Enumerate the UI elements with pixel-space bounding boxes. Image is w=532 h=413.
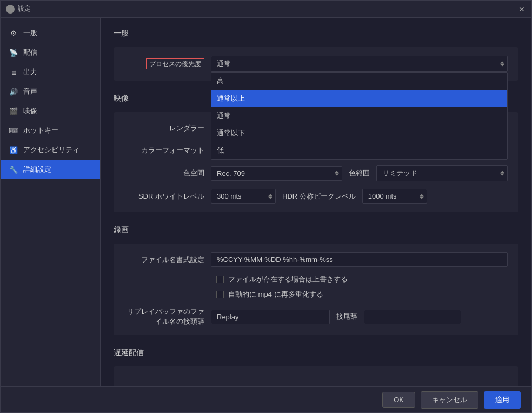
replay-prefix-label: リプレイバッファのファイル名の接頭辞: [124, 307, 211, 326]
app-icon: [6, 5, 15, 14]
cancel-button[interactable]: キャンセル: [421, 391, 478, 409]
settings-icon: 🔧: [9, 165, 18, 174]
sidebar-item-accessibility[interactable]: ♿ アクセシビリティ: [1, 140, 100, 160]
apply-button[interactable]: 適用: [484, 391, 521, 409]
sidebar-item-audio[interactable]: 🔊 音声: [1, 82, 100, 101]
mp4-row: 自動的に mp4 に再多重化する: [124, 290, 508, 299]
overwrite-row: ファイルが存在する場合は上書きする: [124, 274, 508, 284]
titlebar: 設定 ✕: [1, 1, 531, 18]
sidebar-label-output: 出力: [23, 67, 37, 77]
color-range-select[interactable]: リミテッド: [376, 165, 508, 181]
sidebar-label-audio: 音声: [23, 87, 37, 96]
sidebar-label-advanced: 詳細設定: [23, 165, 51, 174]
settings-window: 設定 ✕ ⚙ 一般 📡 配信 🖥 出力 🔊 音声 🎬: [0, 0, 532, 413]
svg-line-0: [525, 406, 529, 410]
color-range-value: リミテッド: [382, 168, 417, 178]
overwrite-label: ファイルが存在する場合は上書きする: [228, 274, 348, 284]
resize-icon: [523, 404, 529, 410]
process-priority-label-text: プロセスの優先度: [146, 58, 204, 69]
titlebar-left: 設定: [6, 4, 31, 14]
sidebar: ⚙ 一般 📡 配信 🖥 出力 🔊 音声 🎬 映像 ⌨ ホットキー: [1, 18, 101, 386]
svg-line-1: [527, 408, 529, 410]
hdr-spinner-wrapper: [362, 189, 427, 204]
main-content: ⚙ 一般 📡 配信 🖥 出力 🔊 音声 🎬 映像 ⌨ ホットキー: [1, 18, 531, 386]
sidebar-label-video: 映像: [23, 106, 37, 116]
filename-input[interactable]: [211, 252, 508, 267]
dropdown-item-normal[interactable]: 通常: [211, 107, 507, 124]
section-general-body: プロセスの優先度 通常 高: [114, 47, 518, 81]
renderer-label: レンダラー: [124, 123, 211, 133]
close-button[interactable]: ✕: [517, 5, 526, 14]
sidebar-label-hotkeys: ホットキー: [23, 126, 58, 135]
section-recording: 録画 ファイル名書式設定 ファイルが存在する場合は上書きする 自動的に mp4: [114, 225, 518, 335]
dropdown-item-above-normal[interactable]: 通常以上: [211, 90, 507, 107]
sidebar-label-accessibility: アクセシビリティ: [23, 145, 79, 155]
section-recording-title: 録画: [114, 225, 518, 235]
color-space-row: 色空間 Rec. 709 色範囲: [124, 165, 508, 181]
process-priority-select[interactable]: 通常: [211, 56, 508, 72]
monitor-icon: 🖥: [9, 68, 18, 76]
color-range-select-wrapper: リミテッド: [376, 165, 508, 181]
dropdown-item-low[interactable]: 低: [211, 142, 507, 159]
color-space-label: 色空間: [124, 168, 211, 178]
replay-suffix-input[interactable]: [364, 310, 461, 324]
sidebar-label-general: 一般: [23, 28, 37, 38]
sdr-input[interactable]: [211, 189, 276, 204]
hdr-label: HDR 公称ピークレベル: [282, 192, 356, 201]
mp4-label: 自動的に mp4 に再多重化する: [228, 290, 323, 299]
sidebar-item-stream[interactable]: 📡 配信: [1, 43, 100, 62]
section-recording-body: ファイル名書式設定 ファイルが存在する場合は上書きする 自動的に mp4 に再多…: [114, 244, 518, 335]
sidebar-item-hotkeys[interactable]: ⌨ ホットキー: [1, 121, 100, 140]
section-delayed-title: 遅延配信: [114, 348, 518, 358]
section-delayed-body: [114, 366, 518, 386]
filename-label: ファイル名書式設定: [124, 255, 211, 265]
sidebar-item-output[interactable]: 🖥 出力: [1, 62, 100, 82]
process-priority-value: 通常: [217, 59, 231, 69]
section-general-title: 一般: [114, 29, 518, 38]
mp4-checkbox[interactable]: [216, 291, 224, 298]
hdr-input[interactable]: [362, 189, 427, 204]
replay-suffix-label: 接尾辞: [336, 312, 357, 322]
resize-handle[interactable]: [523, 404, 529, 410]
replay-row: リプレイバッファのファイル名の接頭辞 接尾辞: [124, 307, 508, 326]
replay-inputs: 接尾辞: [211, 310, 461, 324]
color-space-select[interactable]: Rec. 709: [211, 166, 342, 181]
sdr-label: SDR ホワイトレベル: [124, 192, 211, 201]
video-icon: 🎬: [9, 107, 18, 115]
color-range-label: 色範囲: [349, 168, 370, 178]
dropdown-item-high[interactable]: 高: [211, 73, 507, 90]
color-format-label: カラーフォーマット: [124, 146, 211, 155]
gear-icon: ⚙: [9, 29, 18, 37]
overwrite-checkbox[interactable]: [216, 276, 224, 283]
speaker-icon: 🔊: [9, 87, 18, 96]
section-general: 一般 プロセスの優先度 通常: [114, 29, 518, 81]
sidebar-item-advanced[interactable]: 🔧 詳細設定: [1, 160, 100, 179]
replay-prefix-input[interactable]: [211, 310, 330, 324]
ok-button[interactable]: OK: [382, 392, 415, 408]
dropdown-item-below-normal[interactable]: 通常以下: [211, 124, 507, 142]
process-priority-label: プロセスの優先度: [124, 60, 211, 69]
filename-row: ファイル名書式設定: [124, 252, 508, 267]
sidebar-item-general[interactable]: ⚙ 一般: [1, 23, 100, 43]
section-delayed: 遅延配信: [114, 348, 518, 386]
sdr-hdr-row: SDR ホワイトレベル HDR 公称ピークレベル: [124, 189, 508, 204]
wifi-icon: 📡: [9, 48, 18, 57]
window-title: 設定: [18, 4, 31, 14]
color-space-value: Rec. 709: [217, 169, 245, 178]
color-space-select-wrapper: Rec. 709: [211, 166, 342, 181]
process-priority-select-wrapper: 通常 高 通常以上 通常 通常以下: [211, 56, 508, 72]
process-priority-row: プロセスの優先度 通常 高: [124, 56, 508, 72]
keyboard-icon: ⌨: [9, 126, 18, 135]
sdr-spinner-wrapper: [211, 189, 276, 204]
footer: OK キャンセル 適用: [1, 386, 531, 412]
accessibility-icon: ♿: [9, 146, 18, 154]
content-area: 一般 プロセスの優先度 通常: [101, 18, 531, 386]
priority-dropdown: 高 通常以上 通常 通常以下 低: [211, 72, 508, 160]
sidebar-label-stream: 配信: [23, 48, 37, 57]
sidebar-item-video[interactable]: 🎬 映像: [1, 101, 100, 121]
